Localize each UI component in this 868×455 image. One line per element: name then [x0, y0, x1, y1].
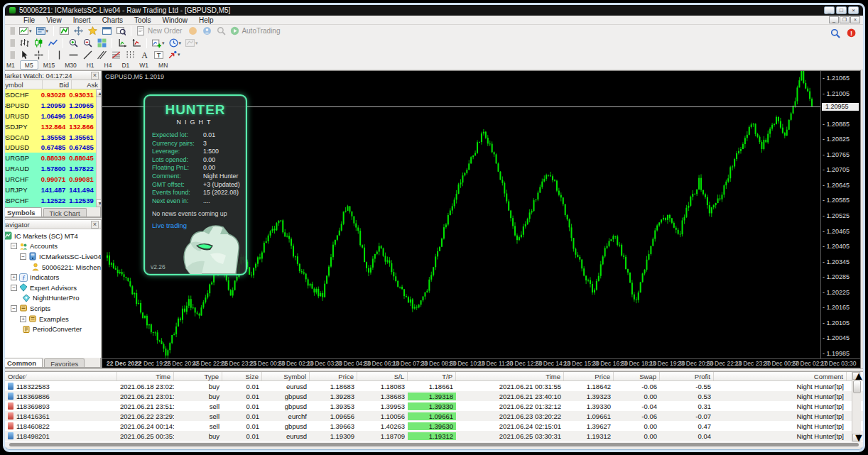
collapse-icon[interactable]: − [11, 285, 17, 291]
clipped-button[interactable] [3, 26, 17, 37]
tab-symbols[interactable]: Symbols [3, 207, 42, 216]
period-button-h4[interactable]: H4 [99, 60, 117, 70]
menu-item-file[interactable]: File [18, 16, 40, 24]
indicators-add-button[interactable]: ▾ [150, 38, 167, 49]
chart-restore-button[interactable]: ❐ [840, 16, 850, 23]
chart-close-button[interactable]: × [850, 16, 860, 23]
market-watch-row[interactable]: GBPUSD1.209591.20965 [3, 100, 96, 111]
label-button[interactable] [151, 49, 166, 60]
linechart-button[interactable] [45, 38, 60, 49]
arrows-button[interactable]: ▾ [166, 49, 183, 60]
period-button-d1[interactable]: D1 [116, 60, 134, 70]
collapse-icon[interactable]: − [20, 253, 26, 260]
maximize-button[interactable]: □ [836, 6, 847, 14]
tab-tick-chart[interactable]: Tick Chart [43, 208, 87, 216]
scroll-up-icon[interactable]: ▲ [852, 372, 860, 380]
orders-column-size-3[interactable]: Size [222, 372, 262, 380]
scrollbar-thumb[interactable] [9, 443, 859, 446]
navigator-item[interactable]: −ICMarketsSC-Live04 [3, 251, 101, 262]
new-chart-button[interactable]: ▾ [17, 26, 34, 37]
orders-column-sl-6[interactable]: S/L [357, 372, 408, 380]
move-button[interactable] [71, 26, 85, 37]
period-button-mn[interactable]: MN [153, 60, 173, 70]
community-button[interactable] [200, 26, 214, 37]
autotrading-button[interactable]: AutoTrading [228, 26, 283, 37]
market-watch-close-icon[interactable]: × [91, 72, 99, 80]
templates-button[interactable]: ▾ [183, 38, 200, 49]
orders-column-order-0[interactable]: Order ∕ [5, 372, 117, 380]
tiles-button[interactable] [94, 38, 109, 49]
orders-column-tp-7[interactable]: T/P [408, 372, 456, 380]
favorites-button[interactable] [85, 26, 99, 37]
period-button-w1[interactable]: W1 [134, 60, 153, 70]
menu-item-window[interactable]: Window [156, 16, 193, 24]
market-watch-row[interactable]: EURGBP0.880390.88045 [3, 153, 96, 163]
period-button-m15[interactable]: M15 [38, 60, 60, 70]
orders-column-type-2[interactable]: Type [174, 372, 222, 380]
tab-common[interactable]: Common [3, 358, 43, 367]
market-watch-row[interactable]: GBPCHF1.125221.12539 [3, 195, 96, 206]
navigator-item[interactable]: −Scripts [3, 303, 101, 314]
navigator-item[interactable]: PeriodConverter [3, 324, 101, 334]
market-watch-row[interactable]: EURJPY141.487141.494 [3, 185, 96, 195]
candles-button[interactable] [31, 38, 45, 49]
terminal-hscrollbar[interactable] [5, 442, 863, 447]
market-watch-row[interactable]: EURUSD1.064961.06496 [3, 111, 96, 121]
order-row[interactable]: 1183225832021.06.18 23:02:35buy0.01eurus… [5, 381, 863, 391]
zoom-window-button[interactable] [114, 26, 128, 37]
cursor-button[interactable] [17, 49, 31, 60]
collapse-icon[interactable]: − [11, 305, 17, 312]
price-axis[interactable]: - 1.21065- 1.21005- 1.20945- 1.20885- 1.… [820, 71, 860, 358]
order-row[interactable]: 1184608222021.06.24 00:14:35sell0.01gbpu… [5, 421, 863, 431]
new-order-button[interactable]: New Order [134, 26, 185, 37]
market-watch-row[interactable]: EURCHF0.990710.99081 [3, 174, 96, 185]
market-watch-row[interactable]: CADJPY98.00698.018 [3, 206, 96, 207]
trendline-button[interactable] [80, 49, 94, 60]
menu-item-charts[interactable]: Charts [97, 16, 129, 24]
channel-button[interactable] [94, 49, 109, 60]
search-mq-button[interactable] [214, 26, 228, 37]
ea-enable-button[interactable] [57, 26, 71, 37]
menu-item-help[interactable]: Help [193, 16, 219, 24]
profiles-button[interactable]: ▾ [34, 26, 51, 37]
orders-column-price-5[interactable]: Price [310, 372, 357, 380]
title-bar[interactable]: 50006221: ICMarketsSC-Live04 - Raw Tradi… [5, 5, 863, 16]
search-icon[interactable] [830, 28, 840, 38]
period-button-h1[interactable]: H1 [82, 60, 99, 70]
market-watch-row[interactable]: USDCAD1.355581.35561 [3, 132, 96, 143]
menu-item-insert[interactable]: Insert [67, 16, 97, 24]
fibonacci-button[interactable] [109, 49, 123, 60]
market-watch-column-ask[interactable]: Ask [72, 80, 101, 89]
orders-column-symbol-4[interactable]: Symbol [262, 372, 310, 380]
minimize-button[interactable]: _ [824, 6, 835, 14]
tab-favorites[interactable]: Favorites [44, 358, 85, 367]
clipped-button[interactable] [3, 49, 17, 60]
scroll-up-icon[interactable]: ▲ [96, 89, 101, 97]
navigator-close-icon[interactable]: × [91, 221, 99, 229]
period-button-m1[interactable]: M1 [3, 60, 20, 70]
period-button-m30[interactable]: M30 [60, 60, 82, 70]
market-watch-row[interactable]: AUDUSD0.674850.67485 [3, 142, 96, 153]
navigator-item[interactable]: −Expert Advisors [3, 283, 101, 293]
expand-icon[interactable]: + [11, 274, 17, 280]
hline-button[interactable] [66, 49, 80, 60]
close-button[interactable]: × [848, 6, 859, 14]
menu-item-view[interactable]: View [40, 16, 67, 24]
market-watch-row[interactable]: USDJPY132.864132.866 [3, 121, 96, 132]
expand-icon[interactable]: + [20, 316, 26, 322]
cycles-button[interactable] [123, 49, 137, 60]
navigator-item[interactable]: NightHunterPro [3, 293, 101, 304]
market-watch-row[interactable]: EURAUD1.578001.57822 [3, 163, 96, 174]
navigator-item[interactable]: +Examples [3, 314, 101, 324]
navigator-item[interactable]: +Indicators [3, 272, 101, 283]
navigator-item[interactable]: IC Markets (SC) MT4 [3, 231, 101, 241]
market-watch-column-symbol[interactable]: Symbol [3, 80, 43, 89]
time-axis[interactable]: 22 Dec 202222 Dec 19:2522 Dec 20:4522 De… [102, 358, 860, 368]
collapse-icon[interactable]: − [11, 243, 17, 249]
bars-button[interactable] [17, 38, 31, 49]
chart-window-button[interactable] [99, 26, 114, 37]
axis-right-button[interactable] [129, 38, 143, 49]
vline-button[interactable] [52, 49, 66, 60]
text-button[interactable] [137, 49, 151, 60]
market-watch-column-bid[interactable]: Bid [43, 80, 72, 89]
